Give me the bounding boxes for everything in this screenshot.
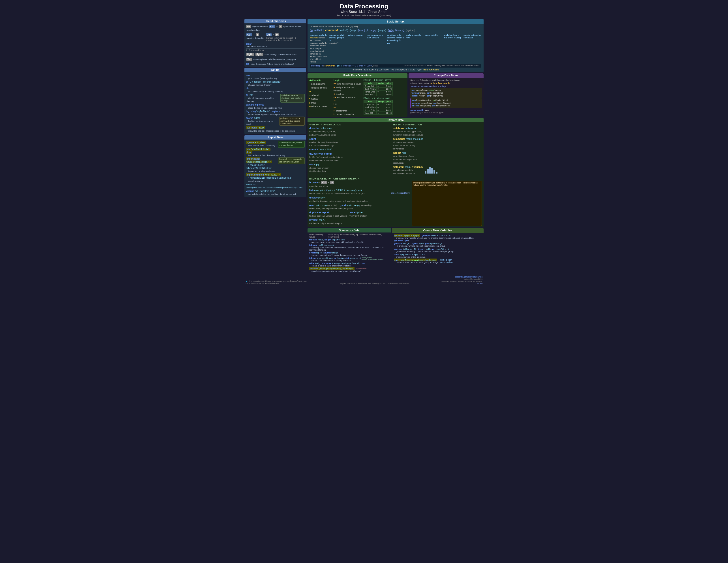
right-column: Basic Syntax All Stata functions have th…: [308, 19, 484, 274]
clear-shortcut: clear delete data in memory: [246, 42, 305, 48]
convert-strings-block: gen foreignString = string(foreign) tost…: [410, 88, 482, 98]
fs-cmd: fs *.dta List all Stata data in working …: [246, 94, 305, 103]
data-ops-section: Basic Data Operations Arithmetic + add (…: [308, 73, 407, 117]
cls-shortcut: cls clear the console (where results are…: [246, 62, 305, 65]
footer-left: 🐦 Tim Essam (tessam@usaid.gov) • Laura H…: [246, 280, 307, 285]
shortcut-ctrl8: Ctrl + 8 Ctrl + D: [246, 33, 305, 36]
setup-header: Set up: [244, 68, 306, 72]
import-section: Import Data for many examples, we use th…: [244, 135, 306, 197]
create-vars-header: Create New Variables: [392, 228, 484, 233]
syntax-col-options: special options for command: [463, 34, 481, 63]
import-body: for many examples, we use the auto datas…: [244, 139, 306, 197]
explore-body: View Data Organization describe make pri…: [308, 122, 484, 227]
syntax-col-var: column to apply: [348, 34, 366, 63]
table2: makeforeignprice Chevy Colt03,984 Buick …: [364, 100, 393, 115]
import-note: for many examples, we use the auto datas…: [278, 141, 305, 148]
data-ops-header: Basic Data Operations: [308, 73, 407, 78]
see-dist-col: See Data Distribution codebook make pric…: [393, 123, 482, 176]
create-vars-body: generate mpgSq = mpg^2 gen byte lowPr = …: [392, 233, 484, 265]
syntax-body: All Stata functions have the same format…: [308, 24, 484, 72]
recast-cmd: recast double mpg generic way to convert…: [410, 109, 482, 114]
import-freq-note: frequently used commands are highlighted…: [278, 157, 305, 164]
shortcut-f2: F2 keyboard buttons Ctrl + 9 open a new …: [246, 25, 305, 28]
summarize-body: include missing values create binary var…: [308, 232, 391, 274]
page-header: Data Processing with Stata 14.1 Cheat Sh…: [244, 2, 484, 18]
summarize-header: Summarize Data: [308, 228, 391, 232]
cd-cmd: cd "C:\Program Files (x86)\Stata13" chan…: [246, 80, 305, 86]
help-line: To find out more about any command – lik…: [310, 68, 481, 71]
footer-center: inspired by RStudio's awesome Cheat Shee…: [340, 283, 409, 285]
f2-key: F2: [246, 25, 251, 28]
summarize-section: Summarize Data include missing values cr…: [308, 228, 391, 274]
browse-col: browse or Ctrl + 8 open the data editor …: [309, 180, 410, 226]
convert-numeric-block: gen foreignNumeric = real(foreignString)…: [410, 98, 482, 108]
pwd-cmd: pwd print current (working) directory: [246, 74, 305, 80]
shortcuts-header: Useful Shortcuts: [244, 19, 306, 23]
pgup-pgdn: PgUp PgDn scroll through previous comman…: [246, 53, 305, 56]
nine-key: 9: [279, 25, 282, 28]
syntax-col-exp: save output as a new variable: [367, 34, 385, 63]
logic-col: Logic == tests if something is equal = a…: [334, 79, 362, 116]
data-ops-body: Arithmetic + add (numbers) combine (stri…: [308, 78, 407, 117]
shortcuts-section: Useful Shortcuts F2 keyboard buttons Ctr…: [244, 19, 306, 67]
view-org-col: View Data Organization describe make pri…: [309, 123, 390, 176]
syntax-col-in: apply to specific rows: [406, 34, 424, 63]
arithmetic-col: Arithmetic + add (numbers) combine (stri…: [309, 79, 332, 116]
change-types-header: Change Data Types: [409, 73, 484, 78]
syntax-col-if: condition: only apply the function if so…: [387, 34, 404, 63]
syntax-col-by: function: apply the command across each …: [310, 34, 328, 63]
browse-note: Missing values are treated as the larges…: [412, 180, 482, 226]
tables-col: if foreign != 1 & price >= 10000 makefor…: [364, 79, 406, 116]
log-cmd: log using "myDoFile.txt" , replace creat…: [246, 110, 305, 116]
syntax-col-cmd: command: what are you going to do to var…: [329, 34, 347, 63]
change-types-body: Stata has 6 data types, and data can als…: [409, 78, 484, 115]
ssc-cmd: ssc install mdesc install the package md…: [246, 126, 305, 132]
bottom-row: Summarize Data include missing values cr…: [308, 228, 484, 274]
setup-body: pwd print current (working) directory cd…: [244, 72, 306, 134]
footer-right: geocenter.github.io/StataTraining update…: [441, 276, 482, 285]
ctrl-key: Ctrl: [269, 25, 275, 28]
explore-section: Explore Data View Data Organization desc…: [308, 118, 484, 227]
histogram-chart: [425, 166, 437, 173]
change-types-section: Change Data Types Stata has 6 data types…: [409, 73, 484, 117]
page-title: Data Processing with Stata 14.1 Cheat Sh…: [244, 3, 484, 14]
dir-cmd: dir display filenames in working directo…: [246, 87, 305, 93]
syntax-col-weight: apply weights: [425, 34, 443, 63]
syntax-section: Basic Syntax All Stata functions have th…: [308, 19, 484, 72]
data-types-list: missing byte string int long float doubl…: [410, 82, 482, 84]
syntax-cols: function: apply the command across each …: [310, 33, 481, 63]
middle-row: Basic Data Operations Arithmetic + add (…: [308, 73, 484, 117]
create-vars-section: Create New Variables generate mpgSq = mp…: [392, 228, 484, 274]
tab-shortcut: Tab autocompletes variable name after ty…: [246, 58, 305, 61]
import-header: Import Data: [244, 135, 306, 139]
syntax-header: Basic Syntax: [308, 19, 484, 24]
left-column: Useful Shortcuts F2 keyboard buttons Ctr…: [244, 19, 306, 274]
describes-data: describes data: [246, 29, 305, 31]
syntax-col-using: pull data from a file (if not loaded): [444, 34, 462, 63]
subtitle: with Stata 14.1 Cheat Sheet: [341, 11, 387, 13]
explore-header: Explore Data: [308, 118, 484, 122]
shortcuts-body: F2 keyboard buttons Ctrl + 9 open a new …: [244, 23, 306, 67]
syntax-example: bysort rep78 : summarize price if foreig…: [310, 64, 481, 68]
setup-section: Set up pwd print current (working) direc…: [244, 68, 306, 134]
at-cmd-label: At Command Prompt: [246, 49, 305, 52]
footer: 🐦 Tim Essam (tessam@usaid.gov) • Laura H…: [244, 275, 484, 285]
caplog-cmd: capture log close —————————— close the l…: [246, 103, 305, 109]
search-cmd: search mdesc find the package mdesc to i…: [246, 117, 305, 126]
syntax-format: [by varlist1:] command [varlist2] [=exp]…: [310, 29, 481, 32]
table1: makeforeignprice Chevy Colt03,984 Buick …: [364, 82, 393, 96]
